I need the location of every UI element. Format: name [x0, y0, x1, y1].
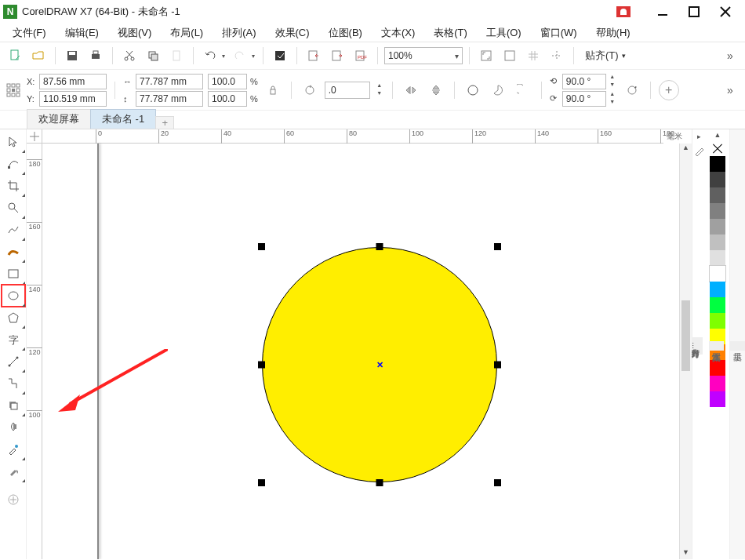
redo-icon[interactable]	[230, 45, 250, 66]
add-preset-button[interactable]: +	[659, 80, 679, 100]
object-origin-icon[interactable]	[5, 82, 22, 99]
palette-up-icon[interactable]: ▲	[714, 131, 721, 140]
menu-help[interactable]: 帮助(H)	[588, 24, 638, 42]
show-grid-icon[interactable]	[523, 45, 543, 66]
vertical-scrollbar[interactable]: ▲ ▼	[679, 144, 692, 559]
brush-pen-icon[interactable]	[694, 145, 705, 158]
export-icon[interactable]	[327, 45, 347, 66]
zoom-tool[interactable]	[2, 197, 25, 219]
menu-edit[interactable]: 编辑(E)	[57, 24, 107, 42]
ellipse-tool[interactable]	[2, 285, 25, 307]
text-tool[interactable]: 字	[2, 329, 25, 351]
handle-tc[interactable]	[376, 243, 383, 250]
swatch-purple[interactable]	[710, 391, 725, 407]
rotation-input[interactable]: .0	[325, 82, 370, 99]
tab-welcome[interactable]: 欢迎屏幕	[27, 109, 91, 129]
scale-y-input[interactable]: 100.0	[208, 91, 247, 107]
horizontal-ruler[interactable]: 0 20 40 60 80 100 120 140 160 180	[42, 129, 663, 144]
docker-text-properties[interactable]: 文本属性	[709, 341, 724, 351]
canvas[interactable]: 0 20 40 60 80 100 120 140 160 180 毫米 180…	[27, 129, 692, 559]
paste-icon[interactable]	[166, 45, 187, 66]
cut-icon[interactable]	[119, 45, 140, 66]
save-icon[interactable]	[62, 45, 82, 66]
show-rulers-icon[interactable]	[500, 45, 520, 66]
parallel-dimension-tool[interactable]	[2, 351, 25, 373]
swatch-c5[interactable]	[710, 235, 725, 250]
redo-dropdown[interactable]: ▾	[252, 53, 255, 60]
width-input[interactable]: 77.787 mm	[136, 74, 203, 89]
swatch-c3[interactable]	[710, 203, 725, 219]
toolbar-overflow[interactable]: »	[720, 45, 740, 66]
undo-dropdown[interactable]: ▾	[222, 53, 225, 60]
handle-mr[interactable]	[494, 362, 501, 369]
handle-ml[interactable]	[258, 362, 265, 369]
swatch-none[interactable]	[710, 140, 725, 156]
ang2-spinner[interactable]: ▲▼	[608, 91, 617, 107]
print-icon[interactable]	[85, 45, 106, 66]
swatch-c6[interactable]	[710, 250, 725, 266]
quick-customize-button[interactable]	[2, 489, 25, 511]
zoom-level-select[interactable]: 100%	[384, 47, 463, 64]
menu-window[interactable]: 窗口(W)	[532, 24, 585, 42]
start-angle-input[interactable]: 90.0 °	[562, 74, 606, 89]
mirror-vertical-icon[interactable]	[426, 80, 446, 100]
ellipse-type-icon[interactable]	[463, 80, 483, 100]
transparency-tool[interactable]	[2, 416, 25, 438]
publish-pdf-icon[interactable]: PDF	[351, 45, 371, 66]
rectangle-tool[interactable]	[2, 263, 25, 285]
menu-table[interactable]: 表格(T)	[426, 24, 475, 42]
scroll-down-icon[interactable]: ▼	[680, 548, 692, 559]
show-guidelines-icon[interactable]	[547, 45, 567, 66]
swatch-red[interactable]	[710, 360, 725, 376]
scale-x-input[interactable]: 100.0	[208, 74, 247, 89]
artistic-media-tool[interactable]	[2, 241, 25, 263]
pick-tool[interactable]	[2, 131, 25, 153]
menu-layout[interactable]: 布局(L)	[162, 24, 211, 42]
swatch-black[interactable]	[710, 156, 725, 172]
menu-bitmap[interactable]: 位图(B)	[321, 24, 370, 42]
user-account-icon[interactable]	[616, 6, 631, 17]
ruler-origin[interactable]	[27, 129, 42, 144]
swap-direction-icon[interactable]	[622, 80, 642, 100]
swatch-magenta[interactable]	[710, 376, 725, 391]
import-icon[interactable]	[303, 45, 324, 66]
tab-add[interactable]: +	[155, 116, 174, 129]
handle-bc[interactable]	[376, 479, 383, 486]
x-position-input[interactable]: 87.56 mm	[39, 74, 107, 89]
tab-document[interactable]: 未命名 -1	[90, 109, 156, 129]
shape-tool[interactable]	[2, 153, 25, 175]
menu-text[interactable]: 文本(X)	[373, 24, 423, 42]
fullscreen-preview-icon[interactable]	[476, 45, 496, 66]
height-input[interactable]: 77.787 mm	[136, 91, 203, 107]
polygon-tool[interactable]	[2, 307, 25, 329]
selected-ellipse[interactable]: ✕	[262, 247, 497, 482]
handle-tl[interactable]	[258, 243, 265, 250]
propbar-overflow[interactable]: »	[720, 80, 740, 100]
minimize-button[interactable]	[654, 3, 671, 20]
end-angle-input[interactable]: 90.0 °	[562, 91, 606, 107]
swatch-c4[interactable]	[710, 219, 725, 235]
freehand-tool[interactable]	[2, 219, 25, 241]
crop-tool[interactable]	[2, 175, 25, 197]
open-icon[interactable]	[28, 45, 49, 66]
menu-tools[interactable]: 工具(O)	[478, 24, 529, 42]
scroll-thumb[interactable]	[681, 300, 690, 371]
swatch-cyan[interactable]	[710, 282, 725, 297]
interactive-fill-tool[interactable]	[2, 460, 25, 482]
swatch-green[interactable]	[710, 297, 725, 313]
search-content-icon[interactable]	[270, 45, 290, 66]
vertical-ruler[interactable]: 180 160 140 120 100	[27, 144, 42, 559]
swatch-c2[interactable]	[710, 187, 725, 203]
menu-effects[interactable]: 效果(C)	[267, 24, 318, 42]
eyedropper-tool[interactable]	[2, 438, 25, 460]
menu-file[interactable]: 文件(F)	[5, 24, 54, 42]
drop-shadow-tool[interactable]	[2, 395, 25, 416]
undo-icon[interactable]	[200, 45, 220, 66]
close-button[interactable]	[717, 3, 734, 20]
lock-ratio-icon[interactable]	[263, 80, 283, 100]
arc-type-icon[interactable]	[513, 80, 533, 100]
pie-type-icon[interactable]	[488, 80, 508, 100]
rotation-spinner[interactable]: ▲▼	[375, 82, 384, 98]
maximize-button[interactable]	[685, 3, 703, 20]
swatch-white[interactable]	[710, 266, 725, 282]
